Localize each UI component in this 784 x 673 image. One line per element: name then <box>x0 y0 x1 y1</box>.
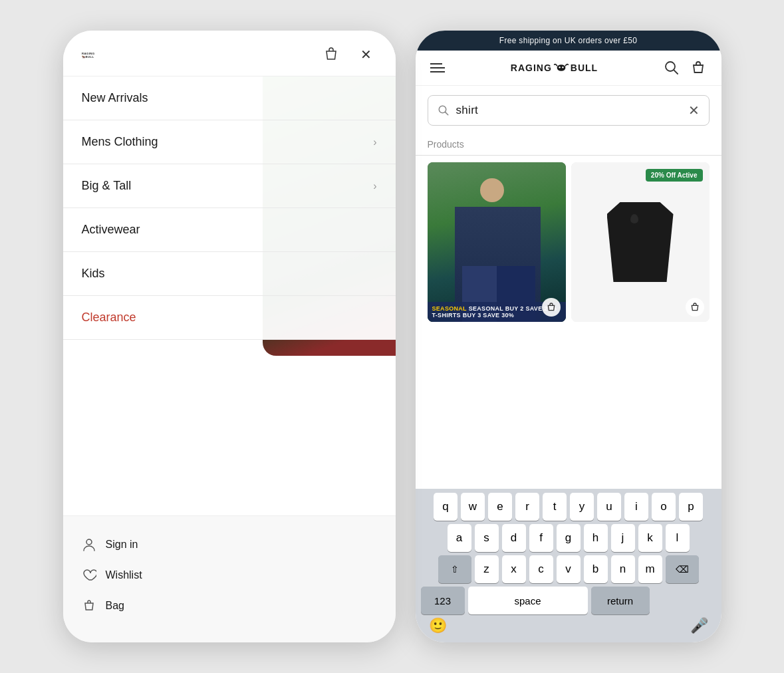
svg-point-3 <box>557 65 565 71</box>
bag-overlay-1[interactable] <box>542 298 561 317</box>
nav-item-kids[interactable]: Kids <box>63 252 396 296</box>
keyboard-row-3: ⇧ z x c v b n m ⌫ <box>418 555 719 583</box>
delete-key[interactable]: ⌫ <box>666 555 699 583</box>
return-key[interactable]: return <box>591 587 650 614</box>
discount-badge: 20% Off Active <box>646 169 703 182</box>
key-a[interactable]: a <box>448 524 471 552</box>
product-card-1[interactable]: SEASONAL SEASONAL BUY 2 SAVE 20% T-SHIRT… <box>428 162 566 322</box>
key-h[interactable]: h <box>584 524 608 552</box>
hamburger-line <box>430 71 445 72</box>
bag-overlay-2[interactable] <box>686 298 704 317</box>
search-icon-bar <box>438 104 450 116</box>
nav-item-clearance[interactable]: Clearance <box>63 296 396 340</box>
left-logo: RAGING 🐂BULL <box>82 49 100 61</box>
bag-icon <box>82 599 96 613</box>
key-i[interactable]: i <box>624 493 648 521</box>
key-j[interactable]: j <box>611 524 635 552</box>
bag-icon-right[interactable] <box>690 60 706 76</box>
svg-point-5 <box>562 67 563 68</box>
key-w[interactable]: w <box>461 493 485 521</box>
chevron-right-icon: › <box>373 180 376 192</box>
nav-menu: New Arrivals Mens Clothing › Big & Tall … <box>63 76 396 515</box>
chevron-right-icon: › <box>373 136 376 148</box>
bag-icon-left[interactable] <box>323 46 340 63</box>
right-phone: Free shipping on UK orders over £50 RAGI… <box>416 31 721 642</box>
key-s[interactable]: s <box>475 524 499 552</box>
top-bar: Free shipping on UK orders over £50 <box>416 31 721 51</box>
key-y[interactable]: y <box>570 493 594 521</box>
keyboard-row-2: a s d f g h j k l <box>418 524 719 552</box>
heart-icon <box>82 568 96 583</box>
product-image-2 <box>571 162 710 322</box>
close-button[interactable]: ✕ <box>356 44 377 65</box>
svg-point-2 <box>86 539 92 545</box>
keyboard-row-1: q w e r t y u i o p <box>418 493 719 521</box>
keyboard-row-4: 123 space return <box>418 587 719 614</box>
key-x[interactable]: x <box>502 555 526 583</box>
key-t[interactable]: t <box>543 493 567 521</box>
wishlist-button[interactable]: Wishlist <box>82 560 377 591</box>
shift-key[interactable]: ⇧ <box>438 555 471 583</box>
left-phone: RAGING 🐂BULL ✕ New Arrivals Mens Clothin… <box>63 31 396 642</box>
product-grid: SEASONAL SEASONAL BUY 2 SAVE 20% T-SHIRT… <box>416 156 721 489</box>
bottom-nav: Sign in Wishlist Bag <box>63 515 396 642</box>
key-r[interactable]: r <box>515 493 539 521</box>
right-logo: RAGING BULL <box>511 61 598 74</box>
left-phone-header: RAGING 🐂BULL ✕ <box>63 31 396 76</box>
key-m[interactable]: m <box>638 555 662 583</box>
key-p[interactable]: p <box>679 493 703 521</box>
key-d[interactable]: d <box>502 524 526 552</box>
key-k[interactable]: k <box>638 524 662 552</box>
key-u[interactable]: u <box>597 493 621 521</box>
product-image-1 <box>428 162 566 322</box>
search-bar[interactable]: shirt ✕ <box>428 95 710 126</box>
hamburger-line <box>430 67 445 68</box>
keyboard: q w e r t y u i o p a s d f g h j k l ⇧ … <box>416 489 721 642</box>
emoji-button[interactable]: 🙂 <box>429 617 447 634</box>
space-key[interactable]: space <box>468 587 588 614</box>
nav-item-mens-clothing[interactable]: Mens Clothing › <box>63 120 396 164</box>
key-g[interactable]: g <box>557 524 581 552</box>
nav-item-activewear[interactable]: Activewear <box>63 208 396 252</box>
svg-text:🐂BULL: 🐂BULL <box>82 55 94 59</box>
key-v[interactable]: v <box>557 555 581 583</box>
shirt-shape <box>607 202 674 282</box>
key-o[interactable]: o <box>652 493 676 521</box>
product-card-2[interactable]: 20% Off Active <box>571 162 710 322</box>
numbers-key[interactable]: 123 <box>421 587 465 614</box>
person-head <box>480 178 504 202</box>
key-l[interactable]: l <box>666 524 690 552</box>
svg-text:RAGING: RAGING <box>82 52 95 55</box>
person-icon <box>82 537 96 552</box>
key-z[interactable]: z <box>475 555 499 583</box>
key-e[interactable]: e <box>488 493 512 521</box>
bag-button[interactable]: Bag <box>82 591 377 621</box>
keyboard-emoji-row: 🙂 🎤 <box>418 614 719 640</box>
nav-item-big-tall[interactable]: Big & Tall › <box>63 164 396 208</box>
search-icon[interactable] <box>664 60 680 76</box>
key-n[interactable]: n <box>611 555 635 583</box>
key-f[interactable]: f <box>529 524 553 552</box>
key-c[interactable]: c <box>529 555 553 583</box>
key-q[interactable]: q <box>434 493 457 521</box>
search-input[interactable]: shirt <box>456 104 682 117</box>
svg-point-4 <box>559 67 560 68</box>
right-header-icons <box>664 60 706 76</box>
search-clear-button[interactable]: ✕ <box>688 102 700 118</box>
sign-in-button[interactable]: Sign in <box>82 529 377 560</box>
right-phone-header: RAGING BULL <box>416 51 721 86</box>
hamburger-line <box>430 63 442 65</box>
products-section-label: Products <box>416 135 721 156</box>
nav-item-new-arrivals[interactable]: New Arrivals <box>63 76 396 120</box>
bull-logo-icon <box>553 61 569 74</box>
key-b[interactable]: b <box>584 555 608 583</box>
mic-button[interactable]: 🎤 <box>690 617 708 634</box>
hamburger-menu-button[interactable] <box>430 63 445 72</box>
